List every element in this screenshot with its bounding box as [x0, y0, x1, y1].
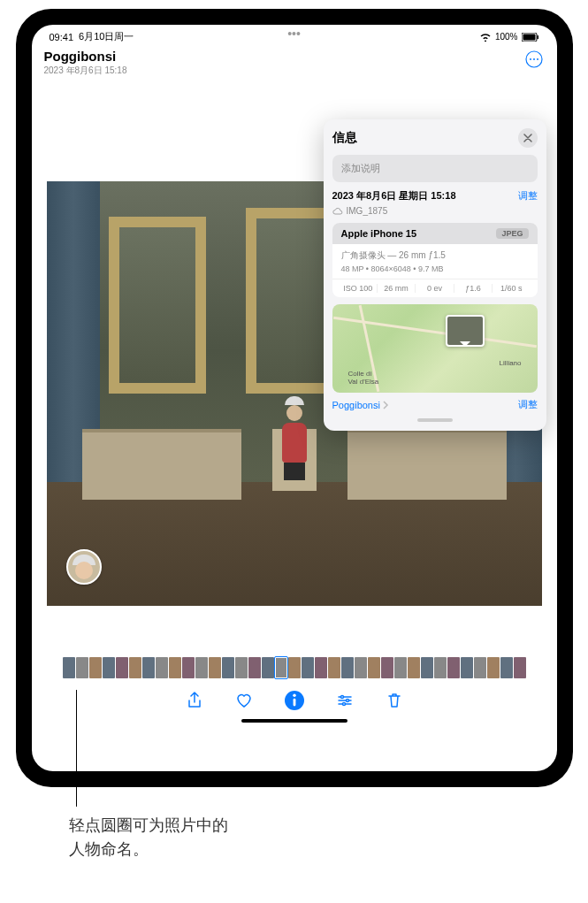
thumbnail[interactable] [156, 657, 168, 678]
close-icon [523, 134, 532, 142]
thumbnail[interactable] [288, 657, 301, 678]
thumbnail[interactable] [461, 657, 473, 678]
thumbnail[interactable] [302, 657, 314, 678]
thumbnail[interactable] [408, 657, 420, 678]
close-button[interactable] [518, 128, 538, 148]
caption-placeholder: 添加说明 [341, 163, 380, 173]
caption-field[interactable]: 添加说明 [332, 155, 538, 182]
share-icon [186, 692, 203, 709]
thumbnail[interactable] [381, 657, 393, 678]
person-face-tag[interactable] [66, 549, 102, 585]
heart-icon [235, 692, 253, 709]
screen: 09:41 6月10日周一 ••• 100% Poggibonsi 2023 年… [32, 25, 557, 771]
thumbnail[interactable] [129, 657, 141, 678]
callout-line1: 轻点圆圈可为照片中的 [69, 814, 520, 838]
map-photo-pin [446, 315, 485, 347]
camera-mp: 48 MP [341, 264, 364, 273]
svg-point-10 [346, 700, 348, 702]
chevron-right-icon [382, 401, 389, 409]
photo-header: Poggibonsi 2023 年8月6日 15:18 [32, 45, 557, 84]
info-button[interactable] [285, 691, 304, 710]
location-map[interactable]: Colle di Val d'Elsa Lilliano [332, 304, 538, 393]
thumbnail[interactable] [103, 657, 115, 678]
camera-info-box: Apple iPhone 15 JPEG 广角摄像头 — 26 mm ƒ1.5 … [332, 223, 538, 297]
exif-ev: 0 ev [416, 284, 454, 293]
thumbnail[interactable] [487, 657, 500, 678]
exif-row: ISO 100 26 mm 0 ev ƒ1.6 1/60 s [332, 279, 538, 297]
photo-toolbar [32, 682, 557, 716]
svg-point-7 [293, 694, 295, 697]
adjust-location-link[interactable]: 调整 [518, 398, 538, 411]
info-title: 信息 [332, 130, 357, 146]
thumbnail[interactable] [209, 657, 221, 678]
cloud-icon [332, 207, 343, 216]
camera-lens: 广角摄像头 — 26 mm ƒ1.5 [341, 249, 529, 262]
share-button[interactable] [186, 691, 203, 710]
thumbnail[interactable] [169, 657, 181, 678]
more-options-button[interactable] [523, 49, 545, 70]
thumbnail[interactable] [474, 657, 486, 678]
format-badge: JPEG [496, 228, 528, 239]
thumbnail[interactable] [341, 657, 354, 678]
thumbnail[interactable] [142, 657, 155, 678]
home-indicator[interactable] [241, 719, 347, 723]
svg-point-11 [342, 703, 345, 706]
callout-annotation: 轻点圆圈可为照片中的 人物命名。 [16, 814, 573, 861]
info-icon [286, 692, 303, 709]
trash-icon [386, 692, 403, 709]
thumbnail[interactable] [222, 657, 234, 678]
ipad-frame: 09:41 6月10日周一 ••• 100% Poggibonsi 2023 年… [16, 9, 573, 787]
thumbnail[interactable] [182, 657, 195, 678]
thumbnail[interactable] [235, 657, 248, 678]
info-date: 2023 年8月6日 星期日 15:18 [332, 189, 456, 203]
thumbnail-selected[interactable] [275, 657, 287, 678]
thumbnail[interactable] [447, 657, 460, 678]
camera-device: Apple iPhone 15 [341, 228, 417, 239]
thumbnail[interactable] [368, 657, 380, 678]
camera-size: 9.7 MB [418, 264, 444, 273]
thumbnail[interactable] [195, 657, 208, 678]
status-time: 09:41 [50, 32, 74, 42]
thumbnail[interactable] [434, 657, 447, 678]
info-popover: 信息 添加说明 2023 年8月6日 星期日 15:18 调整 IMG_1875 [324, 119, 546, 431]
location-link[interactable]: Poggibonsi [332, 400, 389, 410]
map-place-2: Lilliano [500, 359, 522, 367]
thumbnail[interactable] [76, 657, 88, 678]
thumbnail[interactable] [355, 657, 367, 678]
delete-button[interactable] [386, 691, 403, 710]
exif-shutter: 1/60 s [493, 284, 530, 293]
callout-line2: 人物命名。 [69, 838, 520, 861]
exif-focal: 26 mm [378, 284, 416, 293]
thumbnail[interactable] [63, 657, 75, 678]
photo-viewer[interactable]: 信息 添加说明 2023 年8月6日 星期日 15:18 调整 IMG_1875 [32, 84, 557, 650]
multitask-dots[interactable]: ••• [287, 27, 301, 41]
thumbnail[interactable] [262, 657, 274, 678]
exif-aperture: ƒ1.6 [454, 284, 493, 293]
sliders-icon [336, 692, 354, 709]
svg-point-9 [340, 696, 343, 699]
thumbnail[interactable] [315, 657, 327, 678]
thumbnail-strip[interactable] [32, 650, 557, 682]
svg-rect-8 [293, 699, 295, 707]
adjust-button[interactable] [336, 691, 354, 710]
thumbnail[interactable] [514, 657, 526, 678]
status-bar: 09:41 6月10日周一 ••• 100% [32, 25, 557, 45]
svg-rect-2 [537, 35, 538, 39]
svg-point-5 [533, 58, 535, 60]
wifi-icon [479, 33, 492, 42]
thumbnail[interactable] [394, 657, 407, 678]
thumbnail[interactable] [89, 657, 102, 678]
battery-percent: 100% [495, 32, 518, 42]
thumbnail[interactable] [248, 657, 261, 678]
thumbnail[interactable] [328, 657, 340, 678]
drag-handle[interactable] [417, 418, 453, 422]
camera-res: 8064×6048 [371, 264, 411, 273]
svg-rect-1 [523, 34, 535, 40]
info-filename: IMG_1875 [347, 206, 388, 216]
thumbnail[interactable] [500, 657, 513, 678]
battery-icon [522, 33, 539, 42]
thumbnail[interactable] [116, 657, 128, 678]
adjust-date-link[interactable]: 调整 [518, 189, 538, 203]
favorite-button[interactable] [235, 691, 253, 710]
thumbnail[interactable] [421, 657, 433, 678]
